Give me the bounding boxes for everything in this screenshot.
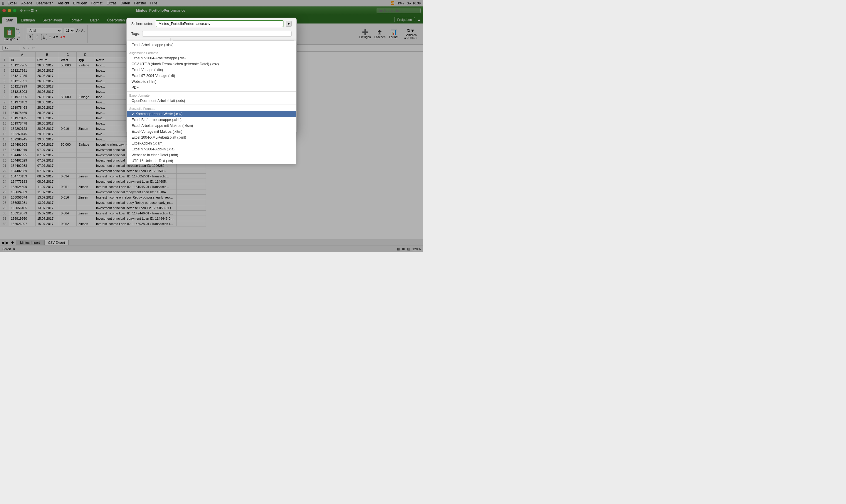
format-group-export: Exportformate [171,92,296,98]
save-dialog: Sichern unter: ▼ Tags: Favoriten ☁ iClou… [126,18,297,133]
tags-input[interactable] [142,31,292,37]
format-item-htm[interactable]: Webseite (.htm) [171,79,296,85]
format-popup: Excel-Arbeitsmappe (.xlsx) Allgemeine Fo… [171,41,296,120]
format-group-allgemein: Allgemeine Formate [171,50,296,55]
format-item-csv[interactable]: Kommagetrennte Werte (.csv) [171,111,296,117]
format-item-xlsb[interactable]: Excel-Binärarbeitsmappe (.xlsb) [171,117,296,120]
format-item-xls97[interactable]: Excel 97-2004-Arbeitsmappe (.xls) [171,55,296,61]
dialog-main: Excel-Arbeitsmappe (.xlsx) ▶ Excel-Arbei… [171,38,296,120]
format-sep-3 [171,105,296,105]
format-item-ods[interactable]: OpenDocument-Arbeitsblatt (.ods) [171,98,296,104]
format-item-pdf[interactable]: PDF [171,85,296,90]
format-sep-2 [171,91,296,92]
dialog-body: Favoriten ☁ iCloud Drive 🖥 Schreibtisch … [127,38,296,120]
filename-input[interactable] [156,20,284,27]
format-group-spezielle: Spezielle Formate [171,106,296,111]
expand-dialog-button[interactable]: ▼ [286,21,292,27]
dialog-overlay: Sichern unter: ▼ Tags: Favoriten ☁ iClou… [0,0,423,252]
dialog-filename-row: Sichern unter: ▼ [127,18,296,30]
format-item-csvutf8[interactable]: CSV UTF-8 (durch Trennzeichen getrennte … [171,61,296,67]
dialog-tags-row: Tags: [127,30,296,38]
filename-label: Sichern unter: [131,22,153,26]
tags-label: Tags: [131,32,140,36]
format-item-xlsx[interactable]: Excel-Arbeitsmappe (.xlsx) [171,41,296,48]
format-item-xlt97[interactable]: Excel 97-2004-Vorlage (.xlt) [171,73,296,79]
format-item-xltx[interactable]: Excel-Vorlage (.xltx) [171,67,296,73]
